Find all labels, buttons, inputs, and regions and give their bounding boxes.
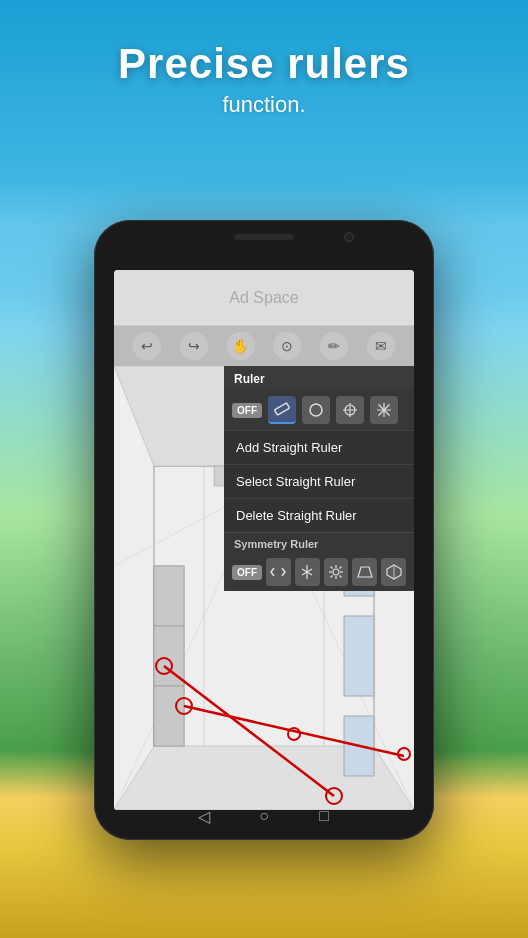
ruler-circle-icon	[307, 401, 325, 419]
svg-rect-11	[154, 566, 184, 626]
symmetry-mirror-button[interactable]	[295, 558, 320, 586]
sub-title: function.	[0, 92, 528, 118]
phone-screen: Ad Space ↩ ↪ ✋ ⊙ ✏ ✉	[114, 270, 414, 810]
ruler-icons-row: OFF	[224, 390, 414, 430]
toolbar: ↩ ↪ ✋ ⊙ ✏ ✉	[114, 326, 414, 366]
ruler-diagonal-icon	[273, 400, 291, 418]
phone-nav: ◁ ○ □	[194, 806, 334, 826]
symmetry-icons-row: OFF	[224, 553, 414, 591]
home-nav-button[interactable]: ○	[254, 806, 274, 826]
symmetry-chevron-lr-icon	[269, 563, 287, 581]
ad-space-label: Ad Space	[229, 289, 298, 307]
svg-rect-17	[344, 616, 374, 696]
pen-button[interactable]: ✏	[320, 332, 348, 360]
ruler-popup: Ruler OFF	[224, 366, 414, 591]
redo-button[interactable]: ↪	[180, 332, 208, 360]
symmetry-sunburst-button[interactable]	[324, 558, 349, 586]
add-straight-ruler-item[interactable]: Add Straight Ruler	[224, 430, 414, 464]
symmetry-trapezoid-button[interactable]	[352, 558, 377, 586]
symmetry-section-title: Symmetry Ruler	[224, 532, 414, 553]
svg-rect-13	[154, 686, 184, 746]
svg-rect-27	[274, 403, 289, 415]
ruler-crosshair-button[interactable]	[336, 396, 364, 424]
back-nav-button[interactable]: ◁	[194, 806, 214, 826]
symmetry-mirror-icon	[298, 563, 316, 581]
svg-line-44	[339, 567, 341, 569]
symmetry-sunburst-icon	[327, 563, 345, 581]
circle-tool-button[interactable]: ⊙	[273, 332, 301, 360]
ruler-star-button[interactable]	[370, 396, 398, 424]
layers-button[interactable]: ✉	[367, 332, 395, 360]
svg-marker-46	[358, 567, 372, 577]
recents-nav-button[interactable]: □	[314, 806, 334, 826]
symmetry-cube-button[interactable]	[381, 558, 406, 586]
canvas-area[interactable]: Ruler OFF	[114, 366, 414, 810]
ruler-off-button[interactable]: OFF	[232, 403, 262, 418]
phone-outer: Ad Space ↩ ↪ ✋ ⊙ ✏ ✉	[94, 220, 434, 840]
ruler-crosshair-icon	[341, 401, 359, 419]
symmetry-chevron-lr-button[interactable]	[266, 558, 291, 586]
ad-space-bar: Ad Space	[114, 270, 414, 326]
phone-camera	[344, 232, 354, 242]
svg-point-37	[333, 569, 339, 575]
symmetry-trapezoid-icon	[356, 563, 374, 581]
svg-line-43	[339, 576, 341, 578]
ruler-star-icon	[375, 401, 393, 419]
symmetry-off-button[interactable]: OFF	[232, 565, 262, 580]
svg-line-45	[330, 576, 332, 578]
svg-point-28	[310, 404, 322, 416]
delete-straight-ruler-item[interactable]: Delete Straight Ruler	[224, 498, 414, 532]
undo-button[interactable]: ↩	[133, 332, 161, 360]
hand-button[interactable]: ✋	[227, 332, 255, 360]
symmetry-cube-icon	[385, 563, 403, 581]
ruler-circle-button[interactable]	[302, 396, 330, 424]
main-title: Precise rulers	[0, 40, 528, 88]
select-straight-ruler-item[interactable]: Select Straight Ruler	[224, 464, 414, 498]
ruler-section-title: Ruler	[224, 366, 414, 390]
svg-line-42	[330, 567, 332, 569]
phone-container: Ad Space ↩ ↪ ✋ ⊙ ✏ ✉	[94, 220, 434, 840]
ruler-diagonal-button[interactable]	[268, 396, 296, 424]
title-area: Precise rulers function.	[0, 40, 528, 118]
phone-speaker	[234, 234, 294, 240]
